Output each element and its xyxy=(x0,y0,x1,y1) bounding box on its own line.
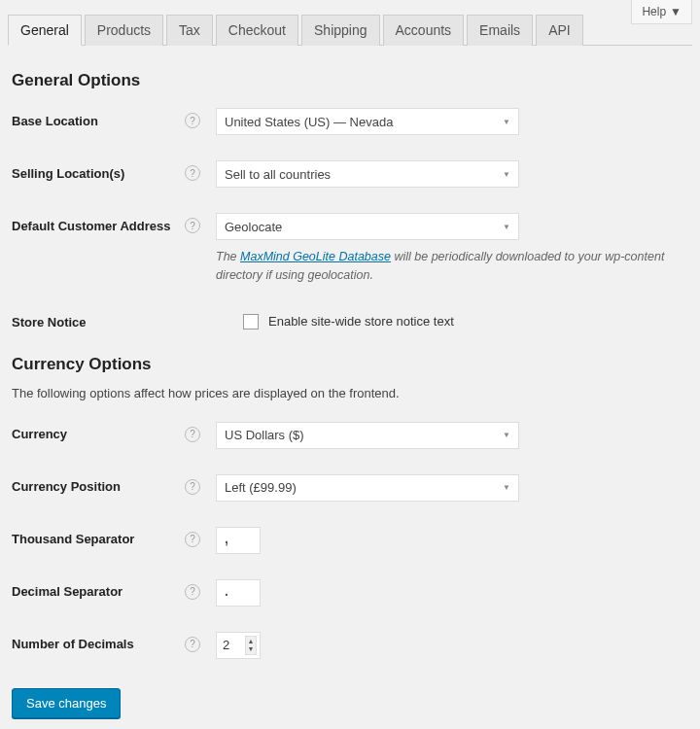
currency-position-select[interactable]: Left (£99.99) ▼ xyxy=(216,474,519,502)
general-options-heading: General Options xyxy=(12,71,688,90)
chevron-down-icon: ▼ xyxy=(503,170,510,179)
tab-emails[interactable]: Emails xyxy=(467,15,533,46)
currency-options-description: The following options affect how prices … xyxy=(12,386,688,400)
geolocate-description: The MaxMind GeoLite Database will be per… xyxy=(216,248,688,285)
help-icon[interactable]: ? xyxy=(185,637,200,652)
base-location-select[interactable]: United States (US) — Nevada ▼ xyxy=(216,108,519,135)
decimal-separator-input[interactable] xyxy=(216,579,261,607)
chevron-down-icon: ▼ xyxy=(670,5,682,18)
default-customer-address-value: Geolocate xyxy=(225,220,282,234)
decimal-separator-row: Decimal Separator ? xyxy=(12,579,688,607)
help-icon[interactable]: ? xyxy=(185,532,200,547)
store-notice-checkbox[interactable] xyxy=(243,314,259,330)
number-spinner[interactable]: ▲ ▼ xyxy=(245,636,257,655)
thousand-separator-row: Thousand Separator ? xyxy=(12,527,688,554)
number-of-decimals-label: Number of Decimals xyxy=(12,637,134,651)
base-location-value: United States (US) — Nevada xyxy=(225,115,393,129)
currency-label: Currency xyxy=(12,427,67,441)
help-tab[interactable]: Help ▼ xyxy=(631,0,692,24)
help-icon[interactable]: ? xyxy=(185,218,200,233)
currency-position-value: Left (£99.99) xyxy=(225,480,297,495)
selling-locations-row: Selling Location(s) ? Sell to all countr… xyxy=(12,160,688,188)
default-customer-address-row: Default Customer Address ? Geolocate ▼ T… xyxy=(12,213,688,285)
maxmind-link[interactable]: MaxMind GeoLite Database xyxy=(240,250,391,263)
help-icon[interactable]: ? xyxy=(185,427,200,442)
chevron-down-icon: ▼ xyxy=(503,431,510,439)
currency-row: Currency ? US Dollars ($) ▼ xyxy=(12,422,688,449)
selling-locations-label: Selling Location(s) xyxy=(12,166,124,181)
tab-api[interactable]: API xyxy=(536,15,583,46)
default-customer-address-label: Default Customer Address xyxy=(12,219,171,233)
base-location-row: Base Location ? United States (US) — Nev… xyxy=(12,108,688,135)
currency-position-label: Currency Position xyxy=(12,479,121,494)
default-customer-address-select[interactable]: Geolocate ▼ xyxy=(216,213,519,240)
nav-tabs: General Products Tax Checkout Shipping A… xyxy=(8,0,692,46)
chevron-down-icon: ▼ xyxy=(503,483,510,492)
help-icon[interactable]: ? xyxy=(185,113,200,128)
currency-position-row: Currency Position ? Left (£99.99) ▼ xyxy=(12,474,688,502)
tab-accounts[interactable]: Accounts xyxy=(383,15,465,46)
currency-options-heading: Currency Options xyxy=(12,355,688,374)
help-icon[interactable]: ? xyxy=(185,479,200,495)
number-of-decimals-input[interactable]: 2 ▲ ▼ xyxy=(216,632,261,659)
selling-locations-select[interactable]: Sell to all countries ▼ xyxy=(216,160,519,188)
spinner-down-icon[interactable]: ▼ xyxy=(246,645,256,653)
currency-value: US Dollars ($) xyxy=(225,428,304,442)
tab-checkout[interactable]: Checkout xyxy=(216,15,298,46)
spinner-up-icon[interactable]: ▲ xyxy=(246,638,256,645)
chevron-down-icon: ▼ xyxy=(503,223,510,231)
store-notice-checkbox-label: Enable site-wide store notice text xyxy=(268,314,454,329)
thousand-separator-label: Thousand Separator xyxy=(12,532,134,546)
tab-tax[interactable]: Tax xyxy=(166,15,213,46)
currency-select[interactable]: US Dollars ($) ▼ xyxy=(216,422,519,449)
help-icon[interactable]: ? xyxy=(185,165,200,181)
number-of-decimals-row: Number of Decimals ? 2 ▲ ▼ xyxy=(12,632,688,659)
settings-content: General Options Base Location ? United S… xyxy=(0,46,700,729)
tab-shipping[interactable]: Shipping xyxy=(301,15,380,46)
store-notice-label: Store Notice xyxy=(12,315,87,330)
save-changes-button[interactable]: Save changes xyxy=(12,688,121,718)
help-label: Help xyxy=(642,5,666,18)
decimal-separator-label: Decimal Separator xyxy=(12,584,122,599)
store-notice-row: Store Notice Enable site-wide store noti… xyxy=(12,310,688,330)
thousand-separator-input[interactable] xyxy=(216,527,261,554)
help-icon[interactable]: ? xyxy=(185,584,200,600)
tab-general[interactable]: General xyxy=(8,15,82,46)
tab-products[interactable]: Products xyxy=(85,15,163,46)
base-location-label: Base Location xyxy=(12,114,98,128)
number-of-decimals-value: 2 xyxy=(223,638,229,652)
chevron-down-icon: ▼ xyxy=(503,118,510,126)
selling-locations-value: Sell to all countries xyxy=(225,167,331,182)
